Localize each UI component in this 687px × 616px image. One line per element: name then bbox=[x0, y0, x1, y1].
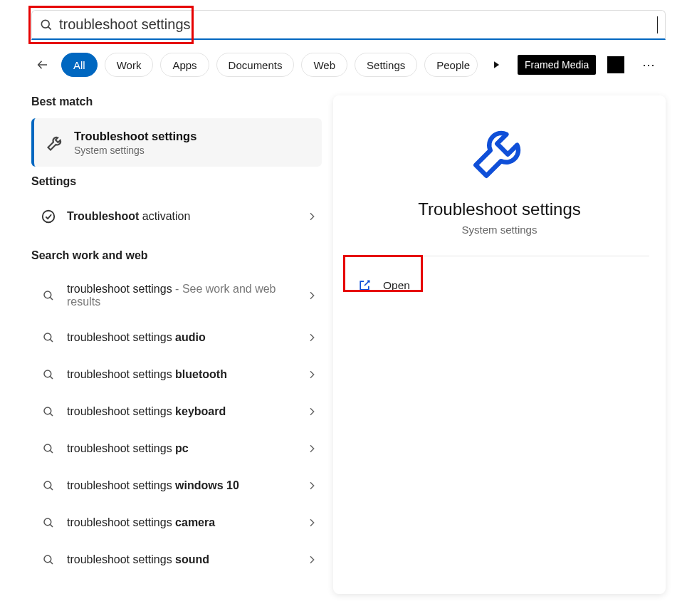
web-result-label: troubleshoot settings - See work and web… bbox=[67, 283, 306, 308]
section-settings: Settings bbox=[31, 175, 322, 188]
detail-subtitle: System settings bbox=[462, 224, 537, 236]
tab-apps[interactable]: Apps bbox=[160, 53, 209, 77]
svg-line-14 bbox=[50, 450, 53, 453]
wrench-icon bbox=[46, 132, 65, 152]
tab-all[interactable]: All bbox=[61, 53, 98, 77]
svg-point-19 bbox=[44, 555, 51, 563]
best-match-subtitle: System settings bbox=[74, 145, 196, 156]
wrench-large-icon bbox=[468, 120, 532, 184]
web-result-label: troubleshoot settings camera bbox=[67, 516, 306, 529]
chevron-right-solid-icon bbox=[491, 60, 501, 70]
tabs-scroll-right[interactable] bbox=[485, 53, 508, 76]
chevron-right-icon bbox=[306, 332, 318, 343]
more-menu[interactable]: ⋯ bbox=[637, 53, 660, 76]
chevron-right-icon bbox=[306, 443, 318, 454]
web-result-0[interactable]: troubleshoot settings - See work and web… bbox=[31, 272, 322, 319]
svg-point-7 bbox=[44, 333, 51, 340]
web-result-label: troubleshoot settings pc bbox=[67, 442, 306, 455]
search-icon bbox=[42, 516, 55, 529]
web-result-label: troubleshoot settings audio bbox=[67, 331, 306, 344]
svg-line-1 bbox=[48, 26, 51, 29]
best-match-title: Troubleshoot settings bbox=[74, 130, 196, 143]
tab-work[interactable]: Work bbox=[105, 53, 154, 77]
framed-media-badge[interactable]: Framed Media bbox=[518, 55, 596, 75]
svg-line-16 bbox=[50, 487, 53, 490]
open-button[interactable]: Open bbox=[352, 272, 416, 299]
results-panel: Best match Troubleshoot settings System … bbox=[31, 95, 322, 594]
chevron-right-icon bbox=[306, 211, 318, 222]
best-match-result[interactable]: Troubleshoot settings System settings bbox=[31, 118, 322, 167]
chevron-right-icon bbox=[306, 406, 318, 417]
web-result-7[interactable]: troubleshoot settings sound bbox=[31, 541, 322, 578]
svg-point-11 bbox=[44, 407, 51, 414]
web-result-label: troubleshoot settings sound bbox=[67, 553, 306, 566]
tab-people[interactable]: People bbox=[424, 53, 478, 77]
svg-line-12 bbox=[50, 413, 53, 416]
search-icon bbox=[42, 368, 55, 381]
svg-marker-3 bbox=[494, 61, 499, 68]
web-result-3[interactable]: troubleshoot settings keyboard bbox=[31, 393, 322, 430]
open-external-icon bbox=[357, 278, 372, 293]
svg-point-9 bbox=[44, 370, 51, 377]
svg-point-4 bbox=[43, 211, 55, 223]
text-cursor bbox=[657, 16, 658, 33]
detail-panel: Troubleshoot settings System settings Op… bbox=[333, 95, 666, 594]
search-icon bbox=[42, 442, 55, 455]
search-icon bbox=[42, 479, 55, 492]
search-icon bbox=[39, 18, 53, 32]
settings-result-label: Troubleshoot activation bbox=[67, 210, 306, 223]
detail-title: Troubleshoot settings bbox=[418, 199, 581, 219]
web-result-4[interactable]: troubleshoot settings pc bbox=[31, 430, 322, 467]
web-result-label: troubleshoot settings bluetooth bbox=[67, 368, 306, 381]
tab-settings[interactable]: Settings bbox=[355, 53, 417, 77]
search-icon bbox=[42, 289, 55, 302]
svg-point-5 bbox=[44, 291, 51, 298]
search-box[interactable] bbox=[31, 10, 666, 40]
search-icon bbox=[42, 553, 55, 566]
search-icon bbox=[42, 405, 55, 418]
app-thumbnail[interactable] bbox=[607, 56, 624, 73]
chevron-right-icon bbox=[306, 554, 318, 565]
svg-point-0 bbox=[41, 20, 49, 28]
detail-divider bbox=[350, 256, 649, 256]
web-result-6[interactable]: troubleshoot settings camera bbox=[31, 504, 322, 541]
open-label: Open bbox=[383, 279, 410, 292]
svg-line-18 bbox=[50, 524, 53, 527]
search-icon bbox=[42, 331, 55, 344]
section-search-work-web: Search work and web bbox=[31, 249, 322, 262]
web-result-label: troubleshoot settings keyboard bbox=[67, 405, 306, 418]
svg-line-10 bbox=[50, 376, 53, 379]
back-button[interactable] bbox=[31, 53, 54, 76]
arrow-left-icon bbox=[36, 58, 49, 71]
chevron-right-icon bbox=[306, 290, 318, 301]
chevron-right-icon bbox=[306, 480, 318, 491]
svg-point-13 bbox=[44, 444, 51, 451]
svg-line-8 bbox=[50, 339, 53, 342]
web-result-5[interactable]: troubleshoot settings windows 10 bbox=[31, 467, 322, 504]
tabs-row: All Work Apps Documents Web Settings Peo… bbox=[31, 53, 666, 77]
svg-line-20 bbox=[50, 561, 53, 564]
web-result-2[interactable]: troubleshoot settings bluetooth bbox=[31, 356, 322, 393]
tab-web[interactable]: Web bbox=[301, 53, 347, 77]
settings-result-troubleshoot-activation[interactable]: Troubleshoot activation bbox=[31, 198, 322, 235]
tab-documents[interactable]: Documents bbox=[216, 53, 295, 77]
check-circle-icon bbox=[41, 209, 56, 224]
chevron-right-icon bbox=[306, 369, 318, 380]
search-input[interactable] bbox=[59, 16, 657, 33]
svg-point-15 bbox=[44, 481, 51, 489]
web-result-label: troubleshoot settings windows 10 bbox=[67, 479, 306, 492]
svg-line-6 bbox=[50, 297, 53, 300]
svg-point-17 bbox=[44, 518, 51, 526]
chevron-right-icon bbox=[306, 517, 318, 528]
svg-line-21 bbox=[365, 281, 369, 286]
section-best-match: Best match bbox=[31, 95, 322, 108]
web-result-1[interactable]: troubleshoot settings audio bbox=[31, 319, 322, 356]
